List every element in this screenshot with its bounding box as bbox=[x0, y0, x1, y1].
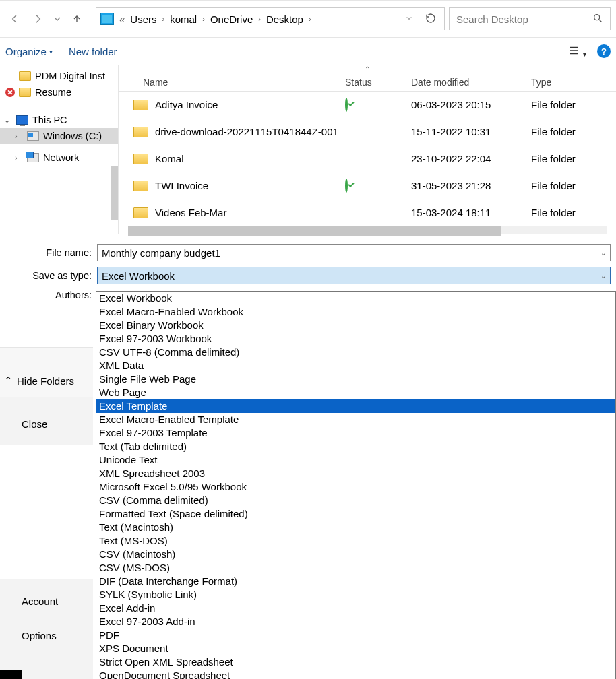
sidebar-folder-item[interactable]: PDM Digital Inst bbox=[0, 68, 118, 84]
sync-error-icon bbox=[5, 88, 15, 97]
save-type-option[interactable]: DIF (Data Interchange Format) bbox=[96, 575, 615, 588]
column-header-date[interactable]: Date modified bbox=[411, 77, 531, 88]
column-header-type[interactable]: Type bbox=[531, 77, 616, 88]
new-folder-button[interactable]: New folder bbox=[69, 46, 117, 57]
navigation-bar: « Users› komal› OneDrive› Desktop› Searc… bbox=[0, 0, 616, 38]
file-row[interactable]: Aditya Invoice06-03-2023 20:15File folde… bbox=[119, 92, 616, 119]
dropdown-icon[interactable]: ⌄ bbox=[600, 272, 606, 280]
save-type-option[interactable]: Microsoft Excel 5.0/95 Workbook bbox=[96, 480, 615, 494]
save-type-option[interactable]: Excel Macro-Enabled Workbook bbox=[96, 305, 615, 319]
save-type-option[interactable]: PDF bbox=[96, 628, 615, 642]
up-button[interactable] bbox=[67, 9, 86, 28]
save-type-option[interactable]: Excel Template bbox=[96, 399, 615, 413]
save-type-option[interactable]: Excel 97-2003 Workbook bbox=[96, 332, 615, 346]
save-type-option[interactable]: Excel Add-in bbox=[96, 602, 615, 615]
save-type-option[interactable]: Text (Tab delimited) bbox=[96, 440, 615, 453]
column-header-name[interactable]: Name bbox=[119, 77, 345, 88]
save-type-option[interactable]: Unicode Text bbox=[96, 453, 615, 467]
save-type-option[interactable]: Single File Web Page bbox=[96, 373, 615, 386]
save-type-option[interactable]: Excel 97-2003 Add-in bbox=[96, 615, 615, 628]
forward-button[interactable] bbox=[28, 9, 47, 28]
expand-icon[interactable]: › bbox=[15, 132, 23, 140]
hide-folders-button[interactable]: ⌃Hide Folders bbox=[0, 375, 74, 387]
sidebar-label: Resume bbox=[35, 87, 71, 98]
folder-icon bbox=[133, 154, 148, 164]
breadcrumb-item[interactable]: Desktop bbox=[264, 12, 306, 26]
search-input[interactable]: Search Desktop bbox=[449, 7, 611, 30]
save-type-option[interactable]: Strict Open XML Spreadsheet bbox=[96, 655, 615, 669]
view-options-button[interactable]: ▾ bbox=[568, 44, 586, 59]
chevron-up-icon: ⌃ bbox=[4, 375, 13, 387]
dropdown-icon[interactable]: ⌄ bbox=[600, 249, 606, 257]
breadcrumb-item[interactable]: OneDrive bbox=[208, 12, 255, 26]
authors-label: Authors: bbox=[5, 290, 97, 300]
network-icon bbox=[27, 153, 39, 162]
save-type-select[interactable]: Excel Workbook ⌄ bbox=[97, 267, 611, 284]
folder-icon bbox=[19, 71, 31, 81]
save-type-option[interactable]: SYLK (Symbolic Link) bbox=[96, 588, 615, 602]
expand-icon[interactable]: ⌄ bbox=[4, 116, 12, 125]
save-type-option[interactable]: CSV (Macintosh) bbox=[96, 548, 615, 561]
sidebar-scrollbar[interactable] bbox=[111, 166, 118, 220]
expand-icon[interactable]: › bbox=[15, 154, 23, 162]
recent-locations-dropdown[interactable] bbox=[51, 9, 63, 28]
breadcrumb-item[interactable]: komal bbox=[167, 12, 199, 26]
horizontal-scrollbar[interactable] bbox=[128, 226, 607, 234]
search-placeholder: Search Desktop bbox=[456, 13, 592, 25]
file-date: 31-05-2023 21:28 bbox=[411, 180, 531, 191]
file-name: Videos Feb-Mar bbox=[155, 207, 226, 218]
drive-icon bbox=[27, 131, 39, 141]
breadcrumbs: « Users› komal› OneDrive› Desktop› bbox=[118, 12, 313, 26]
save-type-dropdown-list[interactable]: Excel WorkbookExcel Macro-Enabled Workbo… bbox=[96, 291, 616, 679]
file-date: 15-11-2022 10:31 bbox=[411, 126, 531, 137]
file-list: ⌃ Name Status Date modified Type Aditya … bbox=[119, 65, 616, 234]
save-type-option[interactable]: Text (Macintosh) bbox=[96, 521, 615, 534]
file-name: TWI Invoice bbox=[155, 180, 208, 191]
file-type: File folder bbox=[531, 207, 616, 218]
save-type-label: Save as type: bbox=[5, 270, 97, 281]
file-type: File folder bbox=[531, 153, 616, 164]
save-type-option[interactable]: Excel Workbook bbox=[96, 292, 615, 305]
file-name: drive-download-20221115T041844Z-001 bbox=[155, 126, 338, 137]
save-type-option[interactable]: Excel Macro-Enabled Template bbox=[96, 413, 615, 426]
help-button[interactable]: ? bbox=[597, 44, 611, 58]
column-headers: Name Status Date modified Type bbox=[119, 73, 616, 91]
save-type-option[interactable]: OpenDocument Spreadsheet bbox=[96, 669, 615, 679]
sidebar-label: PDM Digital Inst bbox=[35, 71, 105, 82]
file-name-label: File name: bbox=[5, 247, 97, 258]
save-type-option[interactable]: XML Data bbox=[96, 359, 615, 373]
pc-icon bbox=[16, 115, 28, 125]
file-name-input[interactable]: Monthly company budget1 ⌄ bbox=[97, 244, 611, 261]
svg-point-0 bbox=[594, 14, 600, 20]
folder-icon bbox=[19, 88, 31, 97]
account-button[interactable]: Account bbox=[22, 595, 58, 607]
file-row[interactable]: Komal23-10-2022 22:04File folder bbox=[119, 146, 616, 172]
save-type-option[interactable]: Web Page bbox=[96, 386, 615, 399]
file-row[interactable]: drive-download-20221115T041844Z-00115-11… bbox=[119, 119, 616, 146]
save-type-option[interactable]: XML Spreadsheet 2003 bbox=[96, 467, 615, 480]
save-type-option[interactable]: XPS Document bbox=[96, 642, 615, 655]
refresh-button[interactable] bbox=[425, 13, 436, 26]
file-row[interactable]: Videos Feb-Mar15-03-2024 18:11File folde… bbox=[119, 199, 616, 226]
back-button[interactable] bbox=[5, 9, 24, 28]
sidebar-folder-item[interactable]: Resume bbox=[0, 84, 118, 100]
sidebar-network-item[interactable]: › Network bbox=[0, 150, 118, 166]
save-type-option[interactable]: Formatted Text (Space delimited) bbox=[96, 507, 615, 521]
save-type-option[interactable]: CSV (Comma delimited) bbox=[96, 494, 615, 507]
file-row[interactable]: TWI Invoice31-05-2023 21:28File folder bbox=[119, 172, 616, 199]
close-button[interactable]: Close bbox=[22, 418, 47, 430]
column-header-status[interactable]: Status bbox=[345, 77, 411, 88]
organize-button[interactable]: Organize ▾ bbox=[5, 46, 53, 57]
address-bar[interactable]: « Users› komal› OneDrive› Desktop› bbox=[96, 7, 445, 30]
sidebar-drive-item[interactable]: › Windows (C:) bbox=[0, 128, 118, 144]
save-type-option[interactable]: CSV UTF-8 (Comma delimited) bbox=[96, 346, 615, 359]
save-type-option[interactable]: Text (MS-DOS) bbox=[96, 534, 615, 548]
save-type-option[interactable]: Excel 97-2003 Template bbox=[96, 426, 615, 440]
save-type-option[interactable]: Excel Binary Workbook bbox=[96, 319, 615, 332]
sidebar-this-pc[interactable]: ⌄ This PC bbox=[0, 112, 118, 128]
address-dropdown-icon[interactable] bbox=[405, 14, 413, 24]
save-type-option[interactable]: CSV (MS-DOS) bbox=[96, 561, 615, 575]
breadcrumb-item[interactable]: Users bbox=[127, 12, 159, 26]
sync-ok-icon bbox=[345, 179, 348, 193]
options-button[interactable]: Options bbox=[22, 630, 57, 641]
